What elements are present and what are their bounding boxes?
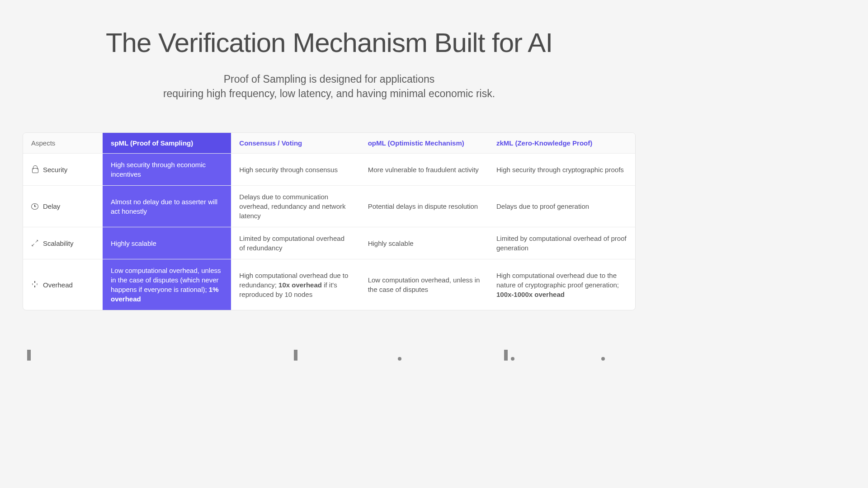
cell-zkml-security: High security through cryptographic proo… <box>488 154 635 186</box>
col-header-aspects: Aspects <box>23 133 103 154</box>
cell-spml-scalability: Highly scalable <box>103 227 231 259</box>
col-header-zkml: zkML (Zero-Knowledge Proof) <box>488 133 635 154</box>
aspect-label: Overhead <box>43 280 73 290</box>
cell-opml-overhead: Low computation overhead, unless in the … <box>360 259 488 310</box>
aspect-label: Security <box>43 165 67 174</box>
page-title: The Verification Mechanism Built for AI <box>23 27 636 58</box>
expand-icon <box>31 239 38 247</box>
cell-spml-overhead: Low computational overhead, unless in th… <box>103 259 231 310</box>
aspect-label: Delay <box>43 202 60 211</box>
page-subtitle: Proof of Sampling is designed for applic… <box>23 72 636 101</box>
col-header-opml: opML (Optimistic Mechanism) <box>360 133 488 154</box>
cell-consensus-overhead: High computational overhead due to redun… <box>231 259 359 310</box>
cell-consensus-scalability: Limited by computational overhead of red… <box>231 227 359 259</box>
table-row: Delay Almost no delay due to asserter wi… <box>23 186 635 227</box>
comparison-table: Aspects spML (Proof of Sampling) Consens… <box>23 132 636 310</box>
table-row: Security High security through economic … <box>23 154 635 186</box>
lock-icon <box>31 166 38 173</box>
cell-spml-delay: Almost no delay due to asserter will act… <box>103 186 231 227</box>
col-header-consensus: Consensus / Voting <box>231 133 359 154</box>
subtitle-line-1: Proof of Sampling is designed for applic… <box>224 73 435 85</box>
table-row: Overhead Low computational overhead, unl… <box>23 259 635 310</box>
cell-opml-delay: Potential delays in dispute resolution <box>360 186 488 227</box>
col-header-spml: spML (Proof of Sampling) <box>103 133 231 154</box>
spinner-icon <box>31 281 38 288</box>
subtitle-line-2: requiring high frequency, low latency, a… <box>163 88 495 99</box>
cell-consensus-security: High security through consensus <box>231 154 359 186</box>
table-row: Scalability Highly scalable Limited by c… <box>23 227 635 259</box>
cell-zkml-delay: Delays due to proof generation <box>488 186 635 227</box>
cell-zkml-scalability: Limited by computational overhead of pro… <box>488 227 635 259</box>
clock-icon <box>31 203 38 210</box>
cell-spml-security: High security through economic incentive… <box>103 154 231 186</box>
footer-decoration <box>0 347 658 361</box>
cell-consensus-delay: Delays due to communication overhead, re… <box>231 186 359 227</box>
cell-opml-scalability: Highly scalable <box>360 227 488 259</box>
cell-opml-security: More vulnerable to fraudulent activity <box>360 154 488 186</box>
aspect-label: Scalability <box>43 239 74 248</box>
cell-zkml-overhead: High computational overhead due to the n… <box>488 259 635 310</box>
